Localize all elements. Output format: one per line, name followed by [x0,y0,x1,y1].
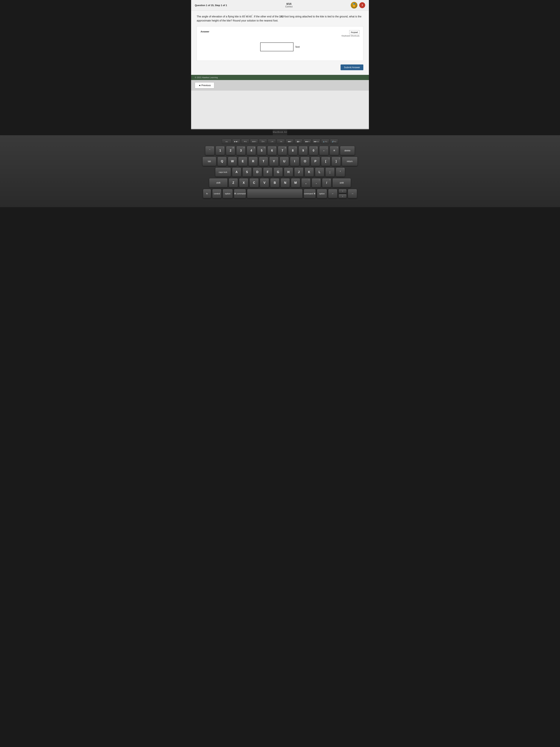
key-return[interactable]: return [342,157,357,166]
main-content: The angle of elevation of a flying kite … [191,10,369,75]
question-label: Question 1 of 15, Step 1 of 1 [195,4,227,7]
key-o[interactable]: O [300,157,310,166]
input-row: feet [201,43,359,51]
key-t[interactable]: T [259,157,268,166]
key-w[interactable]: W [228,157,237,166]
key-3[interactable]: #3 [236,146,245,155]
key-8[interactable]: *8 [288,146,297,155]
key-f7[interactable]: ◀◀F7 [286,139,294,144]
key-n[interactable]: N [281,178,290,187]
key-v[interactable]: V [260,178,269,187]
key-shift-left[interactable]: shift [209,178,228,187]
footer-bar: © 2021 Hawkes Learning [191,75,369,80]
key-cmd-left[interactable]: ⌘ command [234,189,246,198]
key-esc[interactable]: esc [222,139,232,144]
key-h[interactable]: H [284,168,293,177]
key-rbracket[interactable]: }] [331,157,341,166]
key-f9[interactable]: ▶▶F9 [303,139,312,144]
key-f11[interactable]: 🔈F11 [321,139,329,144]
key-arrow-up[interactable]: ↑ [339,189,347,193]
score-display: 0/15 Correct [285,2,292,8]
key-f5[interactable]: ☼F5 [268,139,276,144]
key-u[interactable]: U [279,157,289,166]
key-z[interactable]: Z [229,178,238,187]
key-comma[interactable]: <, [301,178,311,187]
key-c[interactable]: C [249,178,259,187]
key-backtick[interactable]: ~` [205,146,214,155]
key-semicolon[interactable]: :; [325,168,335,177]
key-2[interactable]: @2 [226,146,235,155]
keyboard-container: esc ▶◀F1 ☀F2 ⊞⊞F3 ☷F4 ☼F5 ☽F6 ◀◀F7 ▮▮F8 … [0,135,560,207]
bottom-row: fn control option ⌘ command command ⌘ op… [197,189,363,198]
key-cmd-right[interactable]: command ⌘ [304,189,316,198]
key-e[interactable]: E [238,157,247,166]
zxcv-row: shift Z X C V B N M <, >. ?/ shift [197,178,363,187]
key-f[interactable]: F [263,168,272,177]
key-l[interactable]: L [315,168,324,177]
key-f12[interactable]: 🔊F12 [330,139,338,144]
key-f10[interactable]: ▶▶F10 [312,139,320,144]
key-f6[interactable]: ☽F6 [277,139,285,144]
key-arrow-down[interactable]: ↓ [339,194,347,198]
keyboard-shortcuts-label: Keyboard Shortcuts [342,35,359,37]
nav-bar: ◄ Previous [191,80,369,91]
answer-input[interactable] [260,43,294,51]
key-caps[interactable]: caps lock [215,168,231,177]
key-m[interactable]: M [291,178,300,187]
key-tab[interactable]: tab [203,157,216,166]
key-minus[interactable]: _- [319,146,328,155]
screen-area: Question 1 of 15, Step 1 of 1 0/15 Corre… [191,0,369,130]
key-r[interactable]: R [248,157,258,166]
key-7[interactable]: &7 [278,146,287,155]
previous-button[interactable]: ◄ Previous [195,82,214,88]
key-f4[interactable]: ☷F4 [259,139,267,144]
header-right: 🏅 3 [351,2,365,8]
key-p[interactable]: P [311,157,320,166]
key-5[interactable]: %5 [257,146,266,155]
asdf-row: caps lock A S D F G H J K L :; "' [197,168,363,177]
key-g[interactable]: G [273,168,283,177]
answer-section: Answer Keypad Keyboard Shortcuts feet [197,26,363,61]
key-6[interactable]: ^6 [267,146,277,155]
keypad-button[interactable]: Keypad [349,30,359,34]
key-space[interactable] [247,189,302,198]
key-4[interactable]: $4 [247,146,256,155]
keyboard: esc ▶◀F1 ☀F2 ⊞⊞F3 ☷F4 ☼F5 ☽F6 ◀◀F7 ▮▮F8 … [197,139,363,198]
key-fn[interactable]: fn [203,189,211,198]
heart-badge: 3 [359,2,365,8]
key-arrow-right[interactable]: → [348,189,357,198]
key-option-right[interactable]: option [317,189,327,198]
key-ctrl[interactable]: control [212,189,221,198]
qwerty-row: tab Q W E R T Y U I O P {[ }] return [197,157,363,166]
key-delete[interactable]: delete [340,146,355,155]
key-period[interactable]: >. [312,178,321,187]
key-x[interactable]: X [239,178,248,187]
key-option-left[interactable]: option [222,189,233,198]
key-lbracket[interactable]: {[ [321,157,330,166]
key-0[interactable]: )0 [309,146,318,155]
key-f3[interactable]: ⊞⊞F3 [250,139,258,144]
key-f2[interactable]: ☀F2 [241,139,249,144]
key-k[interactable]: K [304,168,314,177]
key-equals[interactable]: += [330,146,339,155]
key-q[interactable]: Q [217,157,227,166]
submit-row: Submit Answer [197,62,363,71]
key-f1[interactable]: ▶◀F1 [232,139,240,144]
submit-answer-button[interactable]: Submit Answer [341,65,363,70]
key-b[interactable]: B [270,178,279,187]
key-a[interactable]: A [232,168,241,177]
key-y[interactable]: Y [269,157,278,166]
key-f8[interactable]: ▮▮F8 [294,139,302,144]
key-s[interactable]: S [242,168,252,177]
unit-label: feet [295,45,300,48]
key-quote[interactable]: "' [336,168,345,177]
key-shift-right[interactable]: shift [332,178,351,187]
key-9[interactable]: (9 [298,146,308,155]
key-d[interactable]: D [253,168,262,177]
key-j[interactable]: J [294,168,303,177]
key-1[interactable]: !1 [216,146,225,155]
key-i[interactable]: I [290,157,299,166]
key-arrow-left[interactable]: ← [328,189,338,198]
medal-icon: 🏅 [351,2,357,8]
key-slash[interactable]: ?/ [322,178,331,187]
